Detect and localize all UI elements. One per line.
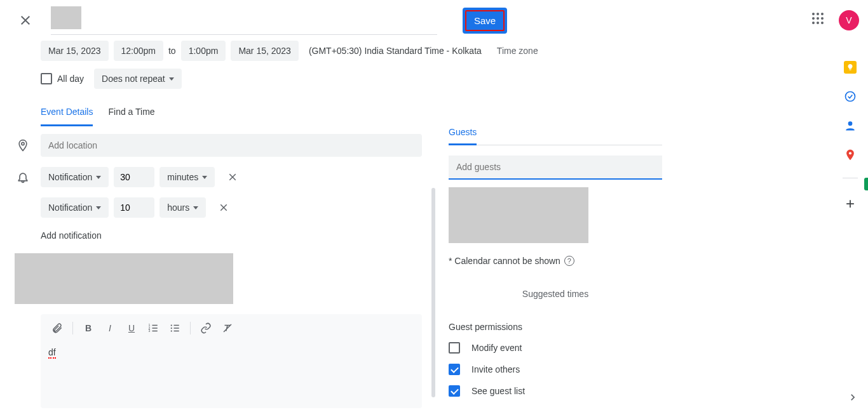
notification-bell-icon xyxy=(15,171,31,183)
start-time-chip[interactable]: 12:00pm xyxy=(114,41,163,61)
bold-icon[interactable]: B xyxy=(79,319,97,337)
svg-point-5 xyxy=(171,328,172,329)
all-day-checkbox[interactable] xyxy=(41,73,52,84)
description-editor: B I U 123 df xyxy=(41,314,422,408)
svg-text:3: 3 xyxy=(149,329,151,333)
notification-unit-label: hours xyxy=(167,202,189,213)
svg-point-0 xyxy=(22,142,24,145)
tasks-icon[interactable] xyxy=(844,90,857,103)
chevron-down-icon xyxy=(202,176,207,179)
close-button[interactable] xyxy=(10,5,41,36)
tab-find-a-time[interactable]: Find a Time xyxy=(108,107,154,126)
svg-point-9 xyxy=(849,152,851,154)
tab-guests[interactable]: Guests xyxy=(449,127,477,145)
see-guest-list-label: See guest list xyxy=(471,386,525,396)
tab-event-details[interactable]: Event Details xyxy=(41,107,93,126)
repeat-dropdown[interactable]: Does not repeat xyxy=(94,69,182,89)
notification-value-input-0[interactable] xyxy=(114,167,154,187)
notification-type-dropdown-1[interactable]: Notification xyxy=(41,197,109,218)
chevron-down-icon xyxy=(193,206,198,209)
location-icon xyxy=(15,139,31,152)
add-addon-button[interactable]: + xyxy=(846,195,855,213)
keep-icon[interactable] xyxy=(844,61,857,74)
link-icon[interactable] xyxy=(197,319,215,337)
notification-type-dropdown-0[interactable]: Notification xyxy=(41,167,109,187)
notification-type-label: Notification xyxy=(48,172,92,182)
invite-others-label: Invite others xyxy=(471,364,520,374)
chevron-down-icon xyxy=(96,206,101,209)
invite-others-checkbox[interactable] xyxy=(449,364,460,375)
italic-icon[interactable]: I xyxy=(101,319,119,337)
remove-notification-1[interactable] xyxy=(211,195,236,220)
help-icon[interactable]: ? xyxy=(564,256,574,266)
description-textarea[interactable]: df xyxy=(41,342,422,408)
maps-icon[interactable] xyxy=(844,149,857,161)
clear-format-icon[interactable] xyxy=(219,319,236,337)
contacts-icon[interactable] xyxy=(844,119,857,132)
to-label: to xyxy=(168,46,176,56)
timezone-text: (GMT+05:30) India Standard Time - Kolkat… xyxy=(309,46,482,56)
add-guests-input[interactable] xyxy=(449,156,662,180)
notification-unit-dropdown-1[interactable]: hours xyxy=(159,197,206,218)
end-date-chip[interactable]: Mar 15, 2023 xyxy=(231,41,299,61)
notification-type-label: Notification xyxy=(48,202,92,213)
redacted-block xyxy=(15,253,233,304)
timezone-link[interactable]: Time zone xyxy=(497,46,538,56)
chevron-down-icon xyxy=(96,176,101,179)
chevron-down-icon xyxy=(169,77,174,81)
redacted-guest-block xyxy=(449,187,588,243)
save-button[interactable]: Save xyxy=(465,10,505,31)
notification-value-input-1[interactable] xyxy=(114,197,154,218)
all-day-label: All day xyxy=(57,74,84,84)
notification-unit-dropdown-0[interactable]: minutes xyxy=(159,167,215,187)
svg-point-6 xyxy=(171,330,172,331)
side-indicator xyxy=(864,178,868,190)
see-guest-list-checkbox[interactable] xyxy=(449,385,460,397)
guest-permissions-title: Guest permissions xyxy=(449,322,662,332)
event-title-input[interactable] xyxy=(51,6,81,29)
bullet-list-icon[interactable] xyxy=(166,319,184,337)
underline-icon[interactable]: U xyxy=(123,319,140,337)
modify-event-checkbox[interactable] xyxy=(449,342,460,354)
description-text: df xyxy=(48,347,56,359)
svg-point-7 xyxy=(846,92,855,102)
suggested-times-button[interactable]: Suggested times xyxy=(449,289,662,299)
svg-point-8 xyxy=(848,121,853,126)
numbered-list-icon[interactable]: 123 xyxy=(144,319,162,337)
apps-icon[interactable] xyxy=(812,13,827,28)
repeat-label: Does not repeat xyxy=(102,74,165,84)
collapse-panel-icon[interactable] xyxy=(846,391,859,406)
remove-notification-0[interactable] xyxy=(220,164,245,190)
attach-icon[interactable] xyxy=(48,319,66,337)
location-input[interactable] xyxy=(41,134,422,157)
svg-point-4 xyxy=(171,324,172,326)
scrollbar[interactable] xyxy=(431,188,435,397)
end-time-chip[interactable]: 1:00pm xyxy=(181,41,226,61)
modify-event-label: Modify event xyxy=(471,343,522,353)
start-date-chip[interactable]: Mar 15, 2023 xyxy=(41,41,109,61)
calendar-note-text: * Calendar cannot be shown xyxy=(449,256,560,266)
notification-unit-label: minutes xyxy=(167,172,198,182)
